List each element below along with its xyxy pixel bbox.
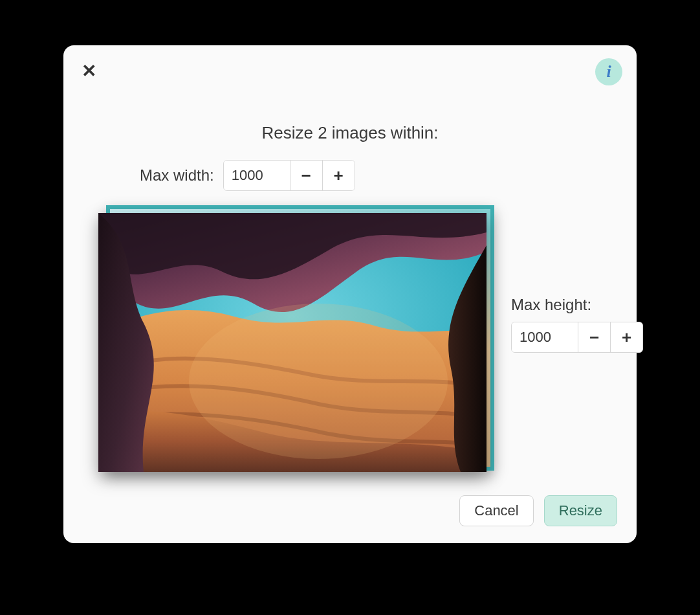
dialog-footer: Cancel Resize bbox=[83, 495, 617, 526]
max-height-decrement-button[interactable]: − bbox=[578, 322, 610, 352]
resize-dialog: ✕ i Resize 2 images within: Max width: −… bbox=[63, 45, 637, 543]
max-width-decrement-button[interactable]: − bbox=[290, 161, 322, 190]
preview-image-front bbox=[98, 213, 487, 472]
max-width-row: Max width: − + bbox=[140, 160, 617, 191]
info-icon-glyph: i bbox=[606, 63, 611, 80]
info-icon[interactable]: i bbox=[595, 58, 622, 85]
dialog-title: Resize 2 images within: bbox=[83, 123, 617, 143]
max-width-input[interactable] bbox=[224, 161, 290, 190]
image-preview-stack bbox=[98, 205, 496, 473]
preview-and-height-row: Max height: − + bbox=[83, 205, 617, 473]
svg-point-1 bbox=[189, 304, 448, 459]
max-height-label: Max height: bbox=[511, 296, 643, 314]
max-height-increment-button[interactable]: + bbox=[610, 322, 642, 352]
max-height-stepper: − + bbox=[511, 322, 643, 353]
close-icon[interactable]: ✕ bbox=[82, 62, 96, 80]
cancel-button[interactable]: Cancel bbox=[459, 495, 533, 526]
max-width-increment-button[interactable]: + bbox=[322, 161, 355, 190]
resize-button[interactable]: Resize bbox=[544, 495, 617, 526]
max-height-input[interactable] bbox=[512, 322, 578, 352]
max-width-stepper: − + bbox=[223, 160, 355, 191]
max-width-label: Max width: bbox=[140, 166, 214, 184]
max-height-column: Max height: − + bbox=[511, 296, 643, 353]
